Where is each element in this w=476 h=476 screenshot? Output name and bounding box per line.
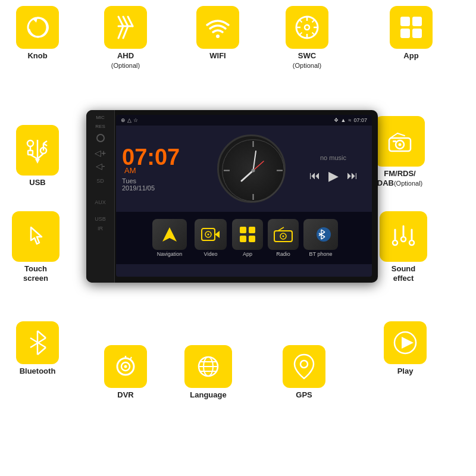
svg-rect-23	[28, 151, 33, 155]
app-feature: App	[390, 6, 433, 61]
power-btn[interactable]	[96, 134, 105, 142]
play-label: Play	[397, 367, 414, 376]
svg-rect-21	[412, 29, 422, 38]
svg-line-45	[37, 331, 46, 338]
svg-marker-73	[215, 231, 220, 238]
video-app[interactable]: Video	[193, 219, 228, 257]
vol-down[interactable]: ◁-	[96, 161, 105, 171]
android-icon: ⊕	[121, 117, 126, 123]
apps-grid-icon	[239, 226, 256, 243]
radio-app[interactable]: Radio	[267, 219, 300, 257]
svg-line-6	[123, 26, 128, 38]
nav-app-icon	[152, 219, 187, 250]
svg-line-2	[123, 17, 128, 26]
fm-rds-icon	[384, 126, 415, 157]
svg-rect-19	[412, 17, 422, 26]
sound-label: Soundeffect	[392, 264, 415, 283]
svg-point-43	[409, 240, 414, 245]
fm-rds-label: FM/RDS/DAB(Optional)	[377, 169, 422, 187]
play-feature: Play	[384, 321, 427, 376]
svg-point-41	[401, 237, 406, 242]
side-controls: MIC RES ◁+ ◁- SD AUX USB IR	[86, 110, 115, 283]
navigation-icon	[160, 225, 179, 244]
gps-icon	[292, 352, 316, 381]
day-display: Tues	[122, 177, 202, 184]
fm-rds-feature: FM/RDS/DAB(Optional)	[375, 116, 425, 187]
svg-point-34	[399, 143, 402, 146]
video-app-label: Video	[204, 251, 218, 257]
prev-btn[interactable]: ⏮	[309, 170, 320, 182]
gps-icon-box	[283, 345, 325, 388]
radio-app-icon	[268, 219, 299, 250]
ahd-label: AHD (Optional)	[111, 51, 140, 70]
wifi-status: ≈	[349, 117, 352, 123]
dvr-icon	[112, 353, 139, 380]
touch-icon	[20, 221, 51, 252]
date-display: 2019/11/05	[122, 184, 202, 192]
apps-app-label: App	[243, 251, 252, 257]
wifi-label: WIFI	[209, 51, 226, 61]
ir-label: IR	[98, 226, 103, 231]
usb-icon	[24, 135, 51, 166]
home-icon: △	[127, 117, 131, 123]
wifi-feature: WIFI	[196, 6, 239, 61]
svg-line-53	[130, 357, 131, 359]
play-btn[interactable]: ▶	[328, 168, 339, 184]
svg-marker-71	[162, 227, 177, 242]
svg-line-1	[118, 17, 123, 26]
usb-label: USB	[29, 178, 45, 187]
video-app-icon	[195, 219, 227, 250]
svg-line-67	[242, 171, 253, 181]
radio-icon-app	[273, 226, 293, 243]
knob-feature: Knob	[16, 6, 59, 61]
knob-label: Knob	[27, 51, 47, 61]
touch-feature: Touchscreen	[12, 211, 60, 283]
sound-icon-box	[380, 211, 427, 262]
svg-line-37	[397, 133, 405, 136]
clock-face	[219, 136, 287, 205]
bluetooth-label: Bluetooth	[20, 367, 56, 376]
svg-rect-18	[400, 17, 410, 26]
mic-label: MIC	[96, 115, 105, 120]
touch-icon-box	[12, 211, 60, 262]
bt-status: ❖	[334, 117, 339, 123]
bt-phone-icon	[311, 225, 331, 244]
android-icons: ⊕ △ ☆	[121, 117, 138, 123]
time-display: 07:07	[122, 146, 180, 168]
usb-label-side: USB	[95, 216, 106, 222]
svg-point-59	[300, 361, 308, 368]
language-feature: Language	[184, 345, 232, 400]
music-panel: no music ⏮ ▶ ⏭	[295, 126, 372, 212]
time-status: 07:07	[353, 117, 367, 123]
svg-point-70	[252, 169, 255, 173]
knob-icon	[24, 14, 51, 40]
wifi-icon	[205, 14, 231, 40]
svg-rect-78	[240, 236, 246, 242]
app-icon	[398, 14, 424, 40]
language-label: Language	[190, 390, 226, 400]
swc-label: SWC (Optional)	[293, 51, 321, 70]
main-content: 07:07 AM Tues 2019/11/05	[116, 126, 372, 212]
nav-app[interactable]: Navigation	[149, 219, 190, 257]
next-btn[interactable]: ⏭	[347, 170, 358, 182]
wifi-icon-box	[196, 6, 239, 49]
svg-rect-79	[249, 236, 255, 242]
bt-app[interactable]: BT phone	[302, 219, 339, 257]
app-label: App	[403, 51, 418, 61]
vol-up[interactable]: ◁+	[95, 148, 106, 158]
analog-clock	[217, 134, 286, 203]
status-bar: ⊕ △ ☆ ❖ ▲ ≈ 07:07	[116, 115, 372, 126]
svg-point-82	[283, 236, 284, 237]
apps-app[interactable]: App	[231, 219, 264, 257]
svg-line-68	[253, 151, 256, 171]
bluetooth-icon-box	[16, 321, 59, 364]
gps-feature: GPS	[283, 345, 325, 400]
nav-app-label: Navigation	[157, 251, 183, 257]
sound-icon	[388, 221, 419, 252]
svg-line-5	[118, 26, 123, 38]
dvr-feature: DVR	[104, 345, 147, 400]
touch-label: Touchscreen	[23, 264, 48, 283]
time-panel: 07:07 AM Tues 2019/11/05	[116, 126, 208, 212]
svg-marker-61	[402, 337, 414, 349]
ahd-icon	[112, 14, 139, 40]
